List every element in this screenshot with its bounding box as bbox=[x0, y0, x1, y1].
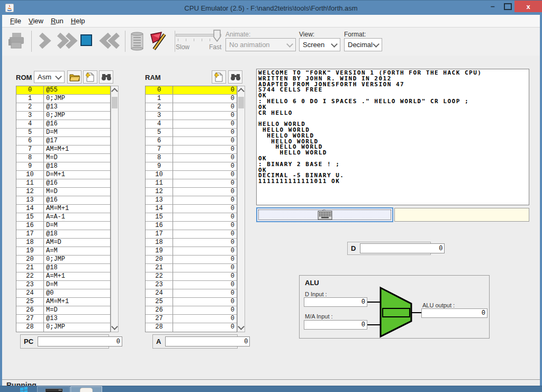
value-cell[interactable]: 0 bbox=[173, 145, 237, 153]
ram-clear-button[interactable] bbox=[212, 70, 226, 84]
rom-row-20[interactable]: 200;JMP bbox=[16, 256, 110, 264]
value-cell[interactable]: A=M bbox=[44, 247, 110, 255]
ram-row-19[interactable]: 190 bbox=[146, 247, 237, 256]
rom-row-0[interactable]: 0@55 bbox=[16, 86, 110, 95]
menu-run[interactable]: Run bbox=[47, 17, 67, 25]
rom-row-10[interactable]: 10D=M+1 bbox=[16, 171, 110, 179]
value-cell[interactable]: @13 bbox=[44, 315, 110, 323]
view-dropdown[interactable]: Screen bbox=[299, 38, 340, 51]
minimize-button[interactable]: – bbox=[486, 1, 500, 12]
value-cell[interactable]: 0 bbox=[173, 171, 237, 179]
value-cell[interactable]: M=D bbox=[44, 306, 110, 314]
value-cell[interactable]: 0;JMP bbox=[44, 323, 110, 332]
a-value-input[interactable] bbox=[165, 336, 250, 347]
value-cell[interactable]: 0 bbox=[173, 196, 237, 204]
rom-row-14[interactable]: 14AM=M+1 bbox=[16, 205, 110, 213]
scroll-up-icon[interactable] bbox=[238, 88, 245, 95]
rom-scrollbar[interactable] bbox=[111, 86, 119, 332]
ram-row-25[interactable]: 250 bbox=[146, 298, 237, 306]
rom-row-7[interactable]: 7AM=M+1 bbox=[16, 145, 110, 154]
ram-row-22[interactable]: 220 bbox=[146, 272, 237, 281]
rom-row-3[interactable]: 30;JMP bbox=[16, 112, 110, 120]
value-cell[interactable]: 0 bbox=[173, 120, 237, 128]
rom-row-1[interactable]: 10;JMP bbox=[16, 95, 110, 103]
rom-row-2[interactable]: 2@13 bbox=[16, 103, 110, 112]
value-cell[interactable]: D=M bbox=[44, 222, 110, 230]
ram-row-15[interactable]: 150 bbox=[146, 213, 237, 222]
ram-row-4[interactable]: 40 bbox=[146, 120, 237, 129]
value-cell[interactable]: 0 bbox=[173, 129, 237, 136]
format-dropdown[interactable]: Decimal bbox=[344, 38, 382, 51]
value-cell[interactable]: 0 bbox=[173, 205, 237, 213]
menu-file[interactable]: File bbox=[6, 17, 25, 25]
value-cell[interactable]: @18 bbox=[44, 230, 110, 238]
keyboard-button[interactable] bbox=[256, 207, 393, 222]
ram-row-2[interactable]: 20 bbox=[146, 103, 237, 112]
ram-scrollbar[interactable] bbox=[237, 86, 245, 332]
rom-row-25[interactable]: 25AM=M+1 bbox=[16, 298, 110, 306]
ram-list[interactable]: 0010203040506070809010011012013014015016… bbox=[145, 86, 237, 332]
value-cell[interactable]: 0 bbox=[173, 213, 237, 221]
reset-button[interactable] bbox=[98, 32, 122, 50]
ram-row-16[interactable]: 160 bbox=[146, 222, 237, 230]
ram-row-1[interactable]: 10 bbox=[146, 95, 237, 103]
ram-row-27[interactable]: 270 bbox=[146, 315, 237, 323]
single-step-button[interactable] bbox=[35, 32, 53, 50]
taskbar-console-button[interactable] bbox=[37, 386, 70, 392]
value-cell[interactable]: 0 bbox=[173, 222, 237, 230]
value-cell[interactable]: 0 bbox=[173, 256, 237, 263]
ram-row-9[interactable]: 90 bbox=[146, 162, 237, 171]
ram-row-26[interactable]: 260 bbox=[146, 306, 237, 315]
value-cell[interactable]: @0 bbox=[44, 289, 110, 297]
value-cell[interactable]: AM=M+1 bbox=[44, 145, 110, 153]
value-cell[interactable]: 0;JMP bbox=[44, 112, 110, 120]
run-button[interactable] bbox=[55, 32, 78, 50]
rom-row-27[interactable]: 27@13 bbox=[16, 315, 110, 323]
value-cell[interactable]: 0 bbox=[173, 112, 237, 120]
scroll-down-icon[interactable] bbox=[238, 323, 245, 330]
ram-row-23[interactable]: 230 bbox=[146, 281, 237, 289]
rom-row-11[interactable]: 11@16 bbox=[16, 179, 110, 188]
rom-row-23[interactable]: 23D=M bbox=[16, 281, 110, 289]
value-cell[interactable]: 0 bbox=[173, 162, 237, 170]
ram-row-0[interactable]: 00 bbox=[146, 86, 237, 95]
rom-clear-button[interactable] bbox=[83, 70, 97, 84]
value-cell[interactable]: 0 bbox=[173, 103, 237, 111]
rom-row-26[interactable]: 26M=D bbox=[16, 306, 110, 315]
rom-list[interactable]: 0@5510;JMP2@1330;JMP4@165D=M6@177AM=M+18… bbox=[16, 86, 111, 332]
menu-help[interactable]: Help bbox=[67, 17, 89, 25]
value-cell[interactable]: 0 bbox=[173, 188, 237, 196]
ram-row-13[interactable]: 130 bbox=[146, 196, 237, 205]
animate-dropdown[interactable]: No animation bbox=[225, 38, 296, 51]
value-cell[interactable]: 0 bbox=[173, 315, 237, 323]
value-cell[interactable]: @16 bbox=[44, 120, 110, 128]
rom-row-8[interactable]: 8M=D bbox=[16, 154, 110, 162]
pc-value-input[interactable] bbox=[38, 336, 122, 347]
stop-button[interactable] bbox=[79, 33, 93, 47]
ram-row-20[interactable]: 200 bbox=[146, 256, 237, 264]
value-cell[interactable]: 0 bbox=[173, 306, 237, 314]
d-value-input[interactable] bbox=[360, 243, 445, 253]
ram-find-button[interactable] bbox=[228, 70, 242, 84]
value-cell[interactable]: A=A-1 bbox=[44, 213, 110, 221]
ram-row-5[interactable]: 50 bbox=[146, 129, 237, 137]
load-program-button[interactable] bbox=[7, 31, 26, 51]
rom-row-24[interactable]: 24@0 bbox=[16, 289, 110, 298]
value-cell[interactable]: 0 bbox=[173, 154, 237, 162]
ram-row-7[interactable]: 70 bbox=[146, 145, 237, 154]
taskbar-java-button[interactable] bbox=[70, 386, 102, 392]
ram-row-14[interactable]: 140 bbox=[146, 205, 237, 213]
rom-scrollbar-thumb[interactable] bbox=[112, 97, 118, 108]
rom-find-button[interactable] bbox=[99, 70, 113, 84]
ram-row-21[interactable]: 210 bbox=[146, 264, 237, 272]
ram-row-11[interactable]: 110 bbox=[146, 179, 237, 188]
rom-format-dropdown[interactable]: Asm bbox=[34, 71, 65, 83]
ram-row-8[interactable]: 80 bbox=[146, 154, 237, 162]
rom-row-21[interactable]: 21@18 bbox=[16, 264, 110, 272]
alu-output-field[interactable] bbox=[421, 308, 487, 318]
value-cell[interactable]: M=D bbox=[44, 154, 110, 162]
rom-row-22[interactable]: 22A=M+1 bbox=[16, 272, 110, 281]
value-cell[interactable]: @18 bbox=[44, 162, 110, 170]
ram-row-17[interactable]: 170 bbox=[146, 230, 237, 239]
value-cell[interactable]: A=M+1 bbox=[44, 272, 110, 280]
